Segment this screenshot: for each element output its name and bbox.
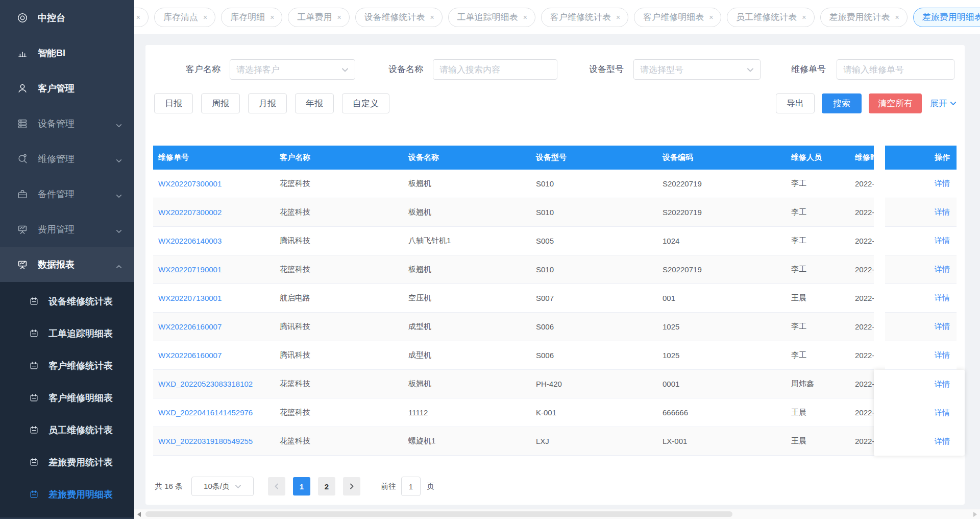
tab-0[interactable]: 库存清点×: [154, 8, 215, 27]
sheet-icon: [29, 393, 39, 403]
scrollbar-thumb[interactable]: [145, 511, 732, 517]
close-icon[interactable]: ×: [709, 14, 713, 21]
order-number-link[interactable]: WX202207300002: [153, 208, 275, 217]
detail-link[interactable]: 详情: [935, 408, 950, 418]
scroll-right-arrow-icon[interactable]: [973, 512, 977, 517]
submenu-item-2[interactable]: 客户维修统计表: [0, 349, 134, 382]
order-number-link[interactable]: WX202207130001: [153, 294, 275, 302]
filter-input-3[interactable]: 请输入维修单号: [837, 59, 954, 80]
sidebar-item-6[interactable]: 费用管理: [0, 211, 134, 247]
sidebar-item-7[interactable]: 数据报表: [0, 247, 134, 282]
table-scroll-area[interactable]: 维修单号客户名称设备名称设备型号设备编码维修人员维修时间WX2022073000…: [153, 146, 874, 460]
detail-link[interactable]: 详情: [935, 380, 950, 389]
detail-link[interactable]: 详情: [935, 236, 950, 246]
detail-link[interactable]: 详情: [935, 350, 950, 360]
clear-all-button[interactable]: 清空所有: [869, 93, 922, 113]
close-icon[interactable]: ×: [430, 14, 434, 21]
table-cell: 1025: [657, 351, 786, 360]
table-fixed-action-column: 操作详情详情详情详情详情详情详情详情详情详情: [885, 146, 957, 456]
detail-link[interactable]: 详情: [935, 293, 950, 303]
sidebar-item-0[interactable]: 中控台: [0, 0, 134, 35]
sidebar-item-5[interactable]: 备件管理: [0, 176, 134, 211]
sidebar-item-4[interactable]: 维修管理: [0, 141, 134, 176]
detail-link[interactable]: 详情: [935, 207, 950, 217]
sidebar-item-label: 备件管理: [38, 188, 75, 200]
tab-4[interactable]: 工单追踪明细表×: [448, 8, 535, 27]
submenu-item-6[interactable]: 差旅费用明细表: [0, 478, 134, 510]
sidebar-item-2[interactable]: 客户管理: [0, 70, 134, 106]
order-number-link[interactable]: WXD_20220523083318102: [153, 380, 275, 388]
order-number-link[interactable]: WX202207190001: [153, 265, 275, 274]
table-cell: 0001: [657, 380, 786, 388]
filter-input-1[interactable]: 请输入搜索内容: [433, 59, 557, 80]
detail-link[interactable]: 详情: [935, 322, 950, 332]
report-button-3[interactable]: 年报: [295, 93, 334, 113]
detail-link[interactable]: 详情: [935, 265, 950, 274]
submenu-item-0[interactable]: 设备维修统计表: [0, 285, 134, 317]
order-number-link[interactable]: WX202206140003: [153, 237, 275, 245]
report-button-0[interactable]: 日报: [154, 93, 193, 113]
report-button-1[interactable]: 周报: [201, 93, 240, 113]
tab-1[interactable]: 库存明细×: [221, 8, 282, 27]
sidebar-item-1[interactable]: 智能BI: [0, 35, 134, 70]
close-icon[interactable]: ×: [895, 14, 899, 21]
expand-toggle[interactable]: 展开: [930, 98, 957, 109]
tab-partial[interactable]: ×: [134, 8, 149, 27]
data-table: 维修单号客户名称设备名称设备型号设备编码维修人员维修时间WX2022073000…: [153, 146, 957, 460]
submenu-item-5[interactable]: 差旅费用统计表: [0, 446, 134, 478]
tab-2[interactable]: 工单费用×: [288, 8, 349, 27]
page-button-1[interactable]: 1: [293, 477, 310, 496]
tab-7[interactable]: 员工维修统计表×: [727, 8, 814, 27]
next-page-button[interactable]: [343, 477, 360, 496]
page-button-2[interactable]: 2: [318, 477, 335, 496]
order-number-link[interactable]: WX202206160007: [153, 351, 275, 360]
sidebar-item-label: 数据报表: [38, 258, 75, 271]
total-count: 共 16 条: [155, 482, 183, 491]
submenu-item-3[interactable]: 客户维修明细表: [0, 382, 134, 414]
report-button-4[interactable]: 自定义: [342, 93, 389, 113]
order-number-link[interactable]: WX202207300001: [153, 179, 275, 188]
table-cell: 李工: [786, 236, 850, 246]
search-button[interactable]: 搜索: [822, 93, 862, 113]
report-button-2[interactable]: 月报: [248, 93, 287, 113]
action-buttons: 导出 搜索 清空所有 展开: [776, 93, 957, 113]
close-icon[interactable]: ×: [337, 14, 341, 21]
sidebar-item-3[interactable]: 设备管理: [0, 106, 134, 141]
order-number-link[interactable]: WXD_20220319180549255: [153, 437, 275, 445]
chevron-down-icon: [116, 121, 122, 127]
goto-page-input[interactable]: [401, 477, 421, 496]
table-cell: 王晨: [786, 436, 850, 446]
order-number-link[interactable]: WX202206160007: [153, 322, 275, 331]
close-icon[interactable]: ×: [802, 14, 806, 21]
detail-link[interactable]: 详情: [935, 437, 950, 446]
submenu-item-4[interactable]: 员工维修统计表: [0, 414, 134, 446]
table-cell: 2022-06: [850, 322, 874, 331]
action-cell: 详情: [885, 341, 957, 370]
order-number-link[interactable]: WXD_20220416141452976: [153, 408, 275, 417]
tab-9[interactable]: 差旅费用明细表×: [913, 8, 980, 27]
prev-page-button[interactable]: [268, 477, 285, 496]
close-icon[interactable]: ×: [270, 14, 274, 21]
close-icon[interactable]: ×: [203, 14, 207, 21]
tab-6[interactable]: 客户维修明细表×: [634, 8, 721, 27]
table-cell: S20220719: [657, 208, 786, 217]
page-size-select[interactable]: 10条/页: [191, 477, 254, 496]
filter-select-2[interactable]: 请选择型号: [633, 59, 761, 80]
table-cell: 2022-07: [850, 265, 874, 274]
table-cell: 成型机: [403, 350, 531, 360]
detail-link[interactable]: 详情: [935, 179, 950, 188]
table-cell: 王晨: [786, 293, 850, 303]
column-header-3: 设备型号: [531, 153, 657, 162]
export-button[interactable]: 导出: [776, 93, 815, 113]
horizontal-scrollbar[interactable]: [134, 509, 980, 519]
filter-select-0[interactable]: 请选择客户: [230, 59, 355, 80]
close-icon[interactable]: ×: [523, 14, 527, 21]
close-icon[interactable]: ×: [136, 14, 140, 21]
tab-8[interactable]: 差旅费用统计表×: [820, 8, 908, 27]
tab-3[interactable]: 设备维修统计表×: [355, 8, 443, 27]
placeholder-text: 请选择型号: [640, 64, 747, 76]
scroll-left-arrow-icon[interactable]: [137, 512, 141, 517]
close-icon[interactable]: ×: [616, 14, 620, 21]
tab-5[interactable]: 客户维修统计表×: [541, 8, 628, 27]
submenu-item-1[interactable]: 工单追踪明细表: [0, 317, 134, 349]
